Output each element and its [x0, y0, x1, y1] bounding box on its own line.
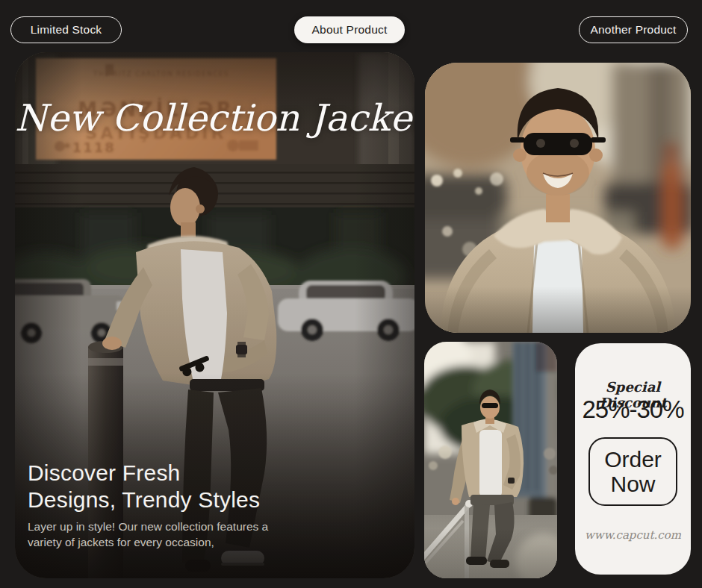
hero-body-line-2: variety of jackets for every occasion,: [28, 534, 268, 550]
discount-range: 25%-30%: [575, 395, 691, 424]
another-product-button[interactable]: Another Product: [579, 16, 688, 43]
order-now-line-2: Now: [610, 472, 655, 496]
portrait-photo-scene: [425, 63, 691, 333]
portrait-image-card: [425, 63, 691, 333]
hero-body-line-1: Layer up in style! Our new collection fe…: [28, 519, 268, 534]
about-product-button[interactable]: About Product: [294, 16, 405, 43]
limited-stock-button[interactable]: Limited Stock: [10, 16, 122, 43]
discount-card: Special Discount 25%-30% Order Now www.c…: [575, 343, 691, 575]
hero-heading-line-1: Discover Fresh: [28, 460, 260, 487]
hero-title: New Collection Jacket: [15, 97, 414, 140]
hero-heading: Discover Fresh Designs, Trendy Styles: [28, 460, 260, 513]
hero-heading-line-2: Designs, Trendy Styles: [28, 487, 260, 513]
poster-canvas: Limited Stock About Product Another Prod…: [0, 0, 702, 588]
order-now-line-1: Order: [604, 447, 662, 472]
website-url: www.capcut.com: [575, 528, 691, 542]
small-image-card: [424, 342, 557, 578]
hero-image-card: THE RITZ CARLTON RESIDENCES MƏNZİLLƏR SA…: [15, 52, 414, 578]
order-now-button[interactable]: Order Now: [588, 437, 677, 506]
hero-body: Layer up in style! Our new collection fe…: [28, 519, 268, 550]
small-photo-scene: [424, 342, 557, 578]
